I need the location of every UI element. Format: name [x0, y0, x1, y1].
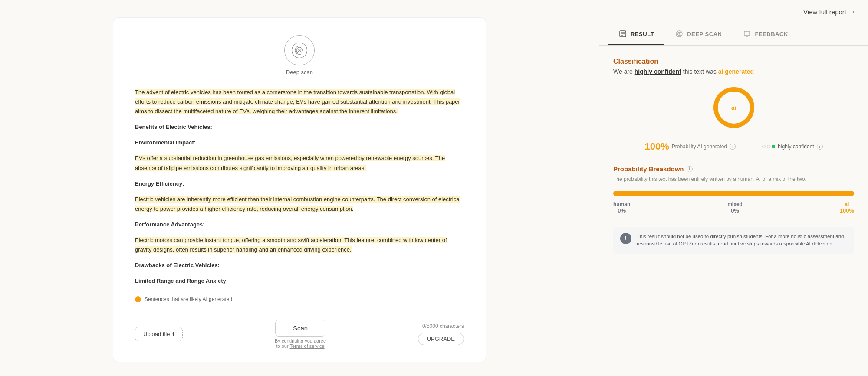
left-panel: Deep scan The advent of electric vehicle… [0, 0, 599, 376]
tabs-bar: RESULT DEEP SCAN FEEDBACK [599, 23, 868, 46]
tab-feedback-label: FEEDBACK [755, 31, 788, 37]
disclaimer: ! This result should not be used to dire… [613, 227, 854, 254]
document-text: The advent of electric vehicles has been… [135, 88, 464, 292]
svg-point-1 [299, 50, 300, 51]
upload-file-button[interactable]: Upload file ℹ [135, 327, 183, 341]
human-pct: 0% [613, 207, 630, 214]
confidence-label: highly confident [778, 144, 814, 150]
para-8: Electric motors can provide instant torq… [135, 235, 464, 255]
confidence-dots [762, 145, 775, 148]
results-content: Classification We are highly confident t… [599, 46, 868, 376]
bar-chart: human 0% mixed 0% ai 100% [613, 191, 854, 214]
ai-legend-dot [135, 296, 141, 302]
disclaimer-text: This result should not be used to direct… [637, 233, 847, 248]
stats-row: 100% Probability AI generated i highly c… [613, 140, 854, 153]
deep-scan-header: Deep scan [135, 35, 464, 75]
mixed-pct: 0% [727, 207, 743, 214]
breakdown-title: Probability Breakdown [613, 165, 684, 173]
human-category: human [613, 201, 630, 207]
fingerprint-svg [291, 42, 308, 59]
document-container: Deep scan The advent of electric vehicle… [113, 17, 486, 362]
classification-title: Classification [613, 58, 854, 65]
breakdown-info-icon[interactable]: i [687, 166, 693, 172]
bar-ai [613, 191, 854, 196]
para-10: Limited Range and Range Anxiety: [135, 276, 464, 286]
tab-result[interactable]: RESULT [608, 23, 664, 45]
dot-1 [762, 145, 766, 148]
mixed-label-item: mixed 0% [727, 201, 743, 214]
stat-divider [749, 140, 749, 153]
para-7: Performance Advantages: [135, 220, 464, 229]
highlighted-text-4: Electric motors can provide instant torq… [135, 237, 447, 253]
confidence-info-icon[interactable]: i [817, 144, 823, 150]
bottom-bar: Upload file ℹ Scan By continuing you agr… [135, 313, 464, 349]
probability-label: Probability AI generated [672, 144, 727, 150]
svg-point-8 [679, 33, 680, 35]
breakdown-desc: The probability this text has been entir… [613, 175, 854, 183]
ai-legend: Sentences that are likely AI generated. [135, 296, 464, 302]
para-1: The advent of electric vehicles has been… [135, 88, 464, 116]
human-label-item: human 0% [613, 201, 630, 214]
bar-track [613, 191, 854, 196]
para-2: Benefits of Electric Vehicles: [135, 122, 464, 132]
dot-2 [767, 145, 770, 148]
upgrade-button[interactable]: UPGRADE [418, 333, 464, 345]
upload-label: Upload file [143, 331, 170, 337]
para-3: Environmental Impact: [135, 138, 464, 147]
right-panel: View full report → RESULT DEEP SCAN FEED… [599, 0, 868, 376]
tab-result-label: RESULT [631, 31, 654, 37]
arrow-right-icon: → [849, 8, 856, 16]
probability-stat: 100% Probability AI generated i [644, 141, 736, 152]
donut-center-label: ai [731, 105, 736, 111]
ai-legend-text: Sentences that are likely AI generated. [145, 296, 233, 302]
deep-scan-label: Deep scan [286, 69, 313, 75]
donut-chart: ai [710, 84, 758, 131]
mixed-category: mixed [727, 201, 743, 207]
para-4: EVs offer a substantial reduction in gre… [135, 154, 464, 173]
ai-category: ai [840, 201, 854, 207]
ai-label-item: ai 100% [840, 201, 854, 214]
para-9: Drawbacks of Electric Vehicles: [135, 261, 464, 270]
highlighted-text-2: EVs offer a substantial reduction in gre… [135, 155, 445, 171]
terms-link[interactable]: Terms of service [290, 343, 325, 349]
scan-section: Scan By continuing you agree to our Term… [275, 320, 326, 349]
breakdown-section: Probability Breakdown i The probability … [613, 165, 854, 214]
probability-value: 100% [644, 141, 669, 152]
disclaimer-icon: ! [620, 233, 631, 244]
highlighted-text-3: Electric vehicles are inherently more ef… [135, 196, 460, 212]
deep-scan-tab-icon [675, 29, 684, 38]
ai-generated-label: ai generated [718, 68, 754, 75]
char-count: 0/5000 characters [422, 323, 464, 329]
para-5: Energy Efficiency: [135, 179, 464, 189]
tab-deep-scan-label: DEEP SCAN [687, 31, 722, 37]
disclaimer-link[interactable]: five steps towards responsible AI detect… [738, 241, 834, 246]
feedback-icon [743, 29, 751, 38]
view-report-bar: View full report → [599, 0, 868, 23]
classification-subtitle: We are highly confident this text was ai… [613, 68, 854, 75]
confidence-item: highly confident i [762, 144, 822, 150]
probability-info-icon[interactable]: i [730, 144, 736, 150]
scan-terms: By continuing you agree to our Terms of … [275, 338, 326, 349]
para-6: Electric vehicles are inherently more ef… [135, 195, 464, 214]
scan-button[interactable]: Scan [275, 320, 326, 337]
tab-feedback[interactable]: FEEDBACK [732, 23, 798, 45]
result-icon [618, 29, 627, 38]
fingerprint-icon [284, 35, 315, 65]
dot-3 [772, 145, 775, 148]
donut-wrap: ai [613, 84, 854, 131]
highly-confident-text: highly confident [635, 68, 681, 75]
bar-labels: human 0% mixed 0% ai 100% [613, 201, 854, 214]
char-count-section: 0/5000 characters UPGRADE [418, 323, 464, 345]
upload-icon: ℹ [172, 331, 174, 337]
ai-pct: 100% [840, 207, 854, 214]
highlighted-text: The advent of electric vehicles has been… [135, 89, 460, 114]
tab-deep-scan[interactable]: DEEP SCAN [664, 23, 732, 45]
view-full-report-button[interactable]: View full report → [803, 8, 856, 16]
breakdown-header: Probability Breakdown i [613, 165, 854, 173]
